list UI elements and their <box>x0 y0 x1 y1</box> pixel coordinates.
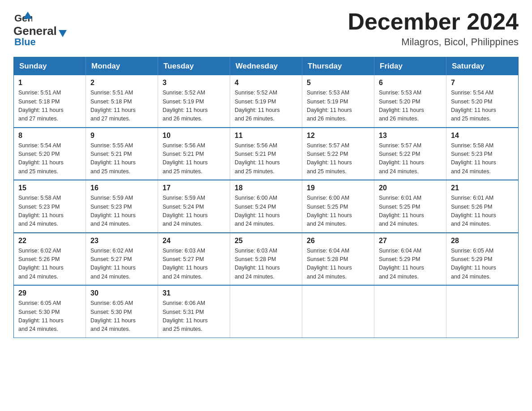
calendar-cell: 31 Sunrise: 6:06 AMSunset: 5:31 PMDaylig… <box>158 285 230 338</box>
logo-blue-text: Blue <box>14 36 36 48</box>
day-number: 5 <box>307 79 369 87</box>
day-info: Sunrise: 5:56 AMSunset: 5:21 PMDaylight:… <box>163 142 208 175</box>
col-saturday: Saturday <box>446 57 519 76</box>
day-number: 27 <box>379 237 442 245</box>
calendar-week-row: 15 Sunrise: 5:58 AMSunset: 5:23 PMDaylig… <box>14 180 519 233</box>
calendar-cell: 8 Sunrise: 5:54 AMSunset: 5:20 PMDayligh… <box>14 128 86 180</box>
day-info: Sunrise: 6:03 AMSunset: 5:28 PMDaylight:… <box>235 248 280 280</box>
col-sunday: Sunday <box>14 57 86 76</box>
calendar-cell: 26 Sunrise: 6:04 AMSunset: 5:28 PMDaylig… <box>302 233 374 286</box>
calendar-cell <box>230 285 302 338</box>
day-number: 22 <box>18 237 81 245</box>
col-monday: Monday <box>86 57 158 76</box>
calendar-week-row: 8 Sunrise: 5:54 AMSunset: 5:20 PMDayligh… <box>14 128 519 180</box>
day-info: Sunrise: 6:02 AMSunset: 5:27 PMDaylight:… <box>90 248 136 280</box>
calendar-week-row: 22 Sunrise: 6:02 AMSunset: 5:26 PMDaylig… <box>14 233 519 286</box>
calendar-cell: 18 Sunrise: 6:00 AMSunset: 5:24 PMDaylig… <box>230 180 302 233</box>
day-info: Sunrise: 5:52 AMSunset: 5:19 PMDaylight:… <box>235 90 280 122</box>
day-info: Sunrise: 5:57 AMSunset: 5:22 PMDaylight:… <box>379 142 424 175</box>
col-friday: Friday <box>374 57 446 76</box>
calendar-cell <box>302 285 374 338</box>
day-number: 21 <box>451 184 514 192</box>
day-number: 8 <box>18 132 81 140</box>
day-number: 19 <box>307 184 369 192</box>
day-number: 2 <box>90 79 153 87</box>
day-number: 28 <box>451 237 514 245</box>
day-number: 10 <box>163 132 225 140</box>
day-info: Sunrise: 6:01 AMSunset: 5:26 PMDaylight:… <box>451 195 496 227</box>
day-info: Sunrise: 5:53 AMSunset: 5:20 PMDaylight:… <box>379 90 424 122</box>
col-tuesday: Tuesday <box>158 57 230 76</box>
day-info: Sunrise: 5:58 AMSunset: 5:23 PMDaylight:… <box>18 195 64 227</box>
day-info: Sunrise: 5:58 AMSunset: 5:23 PMDaylight:… <box>451 142 496 175</box>
day-info: Sunrise: 5:51 AMSunset: 5:18 PMDaylight:… <box>18 90 64 122</box>
title-section: December 2024 Milagros, Bicol, Philippin… <box>348 9 519 48</box>
calendar-cell: 13 Sunrise: 5:57 AMSunset: 5:22 PMDaylig… <box>374 128 446 180</box>
calendar-cell: 3 Sunrise: 5:52 AMSunset: 5:19 PMDayligh… <box>158 75 230 128</box>
calendar-cell: 27 Sunrise: 6:04 AMSunset: 5:29 PMDaylig… <box>374 233 446 286</box>
calendar-cell: 5 Sunrise: 5:53 AMSunset: 5:19 PMDayligh… <box>302 75 374 128</box>
svg-marker-2 <box>59 30 67 37</box>
calendar-week-row: 29 Sunrise: 6:05 AMSunset: 5:30 PMDaylig… <box>14 285 519 338</box>
day-number: 9 <box>90 132 153 140</box>
calendar-cell: 29 Sunrise: 6:05 AMSunset: 5:30 PMDaylig… <box>14 285 86 338</box>
day-number: 12 <box>307 132 369 140</box>
calendar-cell: 11 Sunrise: 5:56 AMSunset: 5:21 PMDaylig… <box>230 128 302 180</box>
day-info: Sunrise: 6:00 AMSunset: 5:25 PMDaylight:… <box>307 195 352 227</box>
day-info: Sunrise: 6:05 AMSunset: 5:30 PMDaylight:… <box>18 300 64 332</box>
day-info: Sunrise: 5:55 AMSunset: 5:21 PMDaylight:… <box>90 142 136 175</box>
day-info: Sunrise: 5:57 AMSunset: 5:22 PMDaylight:… <box>307 142 352 175</box>
day-number: 15 <box>18 184 81 192</box>
calendar-cell: 22 Sunrise: 6:02 AMSunset: 5:26 PMDaylig… <box>14 233 86 286</box>
calendar-cell: 12 Sunrise: 5:57 AMSunset: 5:22 PMDaylig… <box>302 128 374 180</box>
calendar-cell: 10 Sunrise: 5:56 AMSunset: 5:21 PMDaylig… <box>158 128 230 180</box>
day-info: Sunrise: 6:05 AMSunset: 5:30 PMDaylight:… <box>90 300 136 332</box>
day-number: 11 <box>235 132 297 140</box>
day-info: Sunrise: 5:53 AMSunset: 5:19 PMDaylight:… <box>307 90 352 122</box>
calendar-cell: 21 Sunrise: 6:01 AMSunset: 5:26 PMDaylig… <box>446 180 519 233</box>
calendar-cell: 16 Sunrise: 5:59 AMSunset: 5:23 PMDaylig… <box>86 180 158 233</box>
calendar-header-row: Sunday Monday Tuesday Wednesday Thursday… <box>14 57 519 76</box>
col-thursday: Thursday <box>302 57 374 76</box>
calendar-cell: 7 Sunrise: 5:54 AMSunset: 5:20 PMDayligh… <box>446 75 519 128</box>
calendar-cell: 23 Sunrise: 6:02 AMSunset: 5:27 PMDaylig… <box>86 233 158 286</box>
calendar-cell: 14 Sunrise: 5:58 AMSunset: 5:23 PMDaylig… <box>446 128 519 180</box>
month-title: December 2024 <box>348 9 519 34</box>
day-number: 6 <box>379 79 442 87</box>
day-info: Sunrise: 6:06 AMSunset: 5:31 PMDaylight:… <box>163 300 208 332</box>
day-number: 25 <box>235 237 297 245</box>
day-info: Sunrise: 6:00 AMSunset: 5:24 PMDaylight:… <box>235 195 280 227</box>
calendar-week-row: 1 Sunrise: 5:51 AMSunset: 5:18 PMDayligh… <box>14 75 519 128</box>
calendar-cell: 30 Sunrise: 6:05 AMSunset: 5:30 PMDaylig… <box>86 285 158 338</box>
day-number: 13 <box>379 132 442 140</box>
day-info: Sunrise: 5:51 AMSunset: 5:18 PMDaylight:… <box>90 90 136 122</box>
calendar-cell: 25 Sunrise: 6:03 AMSunset: 5:28 PMDaylig… <box>230 233 302 286</box>
col-wednesday: Wednesday <box>230 57 302 76</box>
location-title: Milagros, Bicol, Philippines <box>348 36 519 48</box>
day-info: Sunrise: 5:52 AMSunset: 5:19 PMDaylight:… <box>163 90 208 122</box>
calendar-cell <box>374 285 446 338</box>
logo: General General Blue <box>13 9 68 48</box>
calendar-cell: 9 Sunrise: 5:55 AMSunset: 5:21 PMDayligh… <box>86 128 158 180</box>
day-number: 7 <box>451 79 514 87</box>
calendar-cell: 2 Sunrise: 5:51 AMSunset: 5:18 PMDayligh… <box>86 75 158 128</box>
calendar-cell <box>446 285 519 338</box>
page-header: General General Blue December 2024 Milag… <box>13 9 519 48</box>
day-number: 16 <box>90 184 153 192</box>
calendar-cell: 19 Sunrise: 6:00 AMSunset: 5:25 PMDaylig… <box>302 180 374 233</box>
day-number: 20 <box>379 184 442 192</box>
day-number: 3 <box>163 79 225 87</box>
day-number: 23 <box>90 237 153 245</box>
day-number: 17 <box>163 184 225 192</box>
day-info: Sunrise: 6:03 AMSunset: 5:27 PMDaylight:… <box>163 248 208 280</box>
day-number: 30 <box>90 289 153 297</box>
day-info: Sunrise: 5:54 AMSunset: 5:20 PMDaylight:… <box>451 90 496 122</box>
day-number: 1 <box>18 79 81 87</box>
calendar-cell: 20 Sunrise: 6:01 AMSunset: 5:25 PMDaylig… <box>374 180 446 233</box>
day-info: Sunrise: 6:02 AMSunset: 5:26 PMDaylight:… <box>18 248 64 280</box>
day-info: Sunrise: 6:01 AMSunset: 5:25 PMDaylight:… <box>379 195 424 227</box>
calendar-cell: 15 Sunrise: 5:58 AMSunset: 5:23 PMDaylig… <box>14 180 86 233</box>
day-number: 18 <box>235 184 297 192</box>
calendar-table: Sunday Monday Tuesday Wednesday Thursday… <box>13 57 519 338</box>
day-info: Sunrise: 5:56 AMSunset: 5:21 PMDaylight:… <box>235 142 280 175</box>
